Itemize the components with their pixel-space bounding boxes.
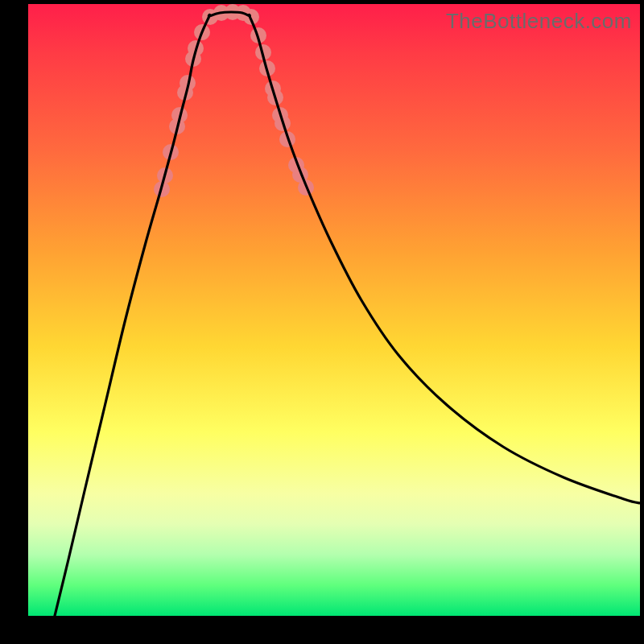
bottleneck-curve xyxy=(55,12,640,616)
marker-layer xyxy=(154,4,314,197)
bottleneck-curve-svg xyxy=(28,4,640,616)
plot-area: TheBottleneck.com xyxy=(28,4,640,616)
